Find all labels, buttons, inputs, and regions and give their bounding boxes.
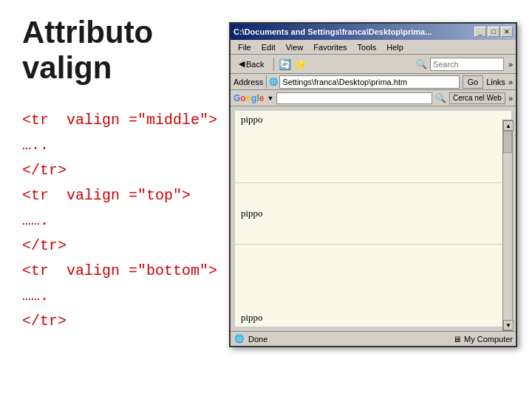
cell-text-3: pippo (241, 312, 263, 323)
slide-content: Attributo valign <tr valign ="middle"> …… (22, 15, 251, 334)
code-dots-3: ……. (22, 287, 49, 304)
browser-window: C:\Documents and Settings\franca\Desktop… (229, 22, 517, 347)
scroll-area[interactable]: ▲ ▼ (502, 120, 513, 331)
address-icon: 🌐 (267, 75, 280, 89)
code-line-2: <tr valign ="top"> (22, 187, 191, 204)
toolbar-icon-1: 🔄 (279, 58, 291, 70)
slide-title: Attributo valign (22, 15, 251, 86)
menu-tools[interactable]: Tools (353, 42, 381, 52)
table-cell-3: pippo (235, 245, 512, 327)
title-bar-buttons[interactable]: _ □ ✕ (474, 27, 513, 37)
cerca-label: Cerca nel Web (453, 94, 502, 102)
scroll-up-button[interactable]: ▲ (503, 120, 514, 131)
cerca-button[interactable]: Cerca nel Web (449, 92, 505, 104)
google-logo: Google (233, 93, 264, 103)
search-icon: 🔍 (416, 59, 427, 69)
menu-edit[interactable]: Edit (257, 42, 280, 52)
back-label: Back (246, 60, 264, 69)
code-endtag-1: </tr> (22, 162, 66, 179)
toolbar-icon-2: ⭐ (294, 58, 307, 70)
code-line-3: <tr valign ="bottom"> (22, 262, 217, 279)
code-line-1: <tr valign ="middle"> (22, 112, 217, 129)
google-search-input[interactable] (276, 92, 432, 104)
code-dots-1: ….. (22, 137, 49, 154)
table-row-2: pippo (235, 183, 512, 245)
page-content: pippo pippo pippo (233, 109, 513, 328)
code-endtag-3: </tr> (22, 313, 66, 330)
table-row-3: pippo (235, 245, 512, 327)
code-endtag-2: </tr> (22, 237, 66, 254)
address-text: Settings\franca\Desktop\prima.htm (280, 78, 458, 86)
code-dots-2: ……. (22, 212, 49, 229)
google-bar: Google ▼ 🔍 Cerca nel Web » (231, 90, 516, 106)
cell-text-2: pippo (241, 208, 263, 219)
status-icon: 🌐 (233, 333, 245, 345)
search-input[interactable] (430, 58, 504, 71)
google-dropdown-icon: ▼ (267, 95, 273, 102)
computer-icon: 🖥 (453, 335, 461, 344)
table-row-1: pippo (235, 111, 512, 183)
browser-title-text: C:\Documents and Settings\franca\Desktop… (233, 27, 474, 36)
menu-view[interactable]: View (282, 42, 308, 52)
menu-help[interactable]: Help (382, 42, 408, 52)
go-button[interactable]: Go (463, 75, 484, 89)
toolbar-separator (273, 58, 274, 71)
links-extend-icon: » (508, 78, 513, 86)
toolbar-extend-icon: » (508, 60, 513, 69)
status-right: 🖥 My Computer (453, 335, 513, 344)
address-label: Address (233, 78, 263, 86)
google-extend-icon: » (508, 94, 513, 103)
demo-table: pippo pippo pippo (234, 110, 512, 327)
status-bar: 🌐 Done 🖥 My Computer (231, 331, 516, 346)
menu-favorites[interactable]: Favorites (309, 42, 351, 52)
back-button[interactable]: ◀ Back (233, 56, 269, 72)
code-block: <tr valign ="middle"> ….. </tr> <tr vali… (22, 108, 251, 334)
scroll-thumb[interactable] (503, 131, 512, 153)
status-right-text: My Computer (464, 335, 513, 344)
address-input-wrap[interactable]: 🌐 Settings\franca\Desktop\prima.htm (266, 75, 459, 89)
close-button[interactable]: ✕ (501, 27, 513, 37)
minimize-button[interactable]: _ (474, 27, 486, 37)
browser-toolbar: ◀ Back 🔄 ⭐ 🔍 » (231, 55, 516, 74)
address-bar: Address 🌐 Settings\franca\Desktop\prima.… (231, 74, 516, 90)
scroll-down-button[interactable]: ▼ (503, 320, 514, 330)
links-label: Links (486, 78, 505, 86)
menu-bar: File Edit View Favorites Tools Help (231, 40, 516, 55)
back-icon: ◀ (239, 59, 245, 69)
browser-title-bar: C:\Documents and Settings\franca\Desktop… (231, 24, 516, 40)
status-text: Done (248, 335, 450, 344)
menu-file[interactable]: File (233, 42, 256, 52)
maximize-button[interactable]: □ (488, 27, 499, 37)
search-box[interactable]: 🔍 (416, 58, 504, 71)
cell-text-1: pippo (241, 114, 263, 125)
google-search-icon: 🔍 (435, 93, 446, 103)
table-cell-1: pippo (235, 111, 512, 183)
table-cell-2: pippo (235, 183, 512, 245)
